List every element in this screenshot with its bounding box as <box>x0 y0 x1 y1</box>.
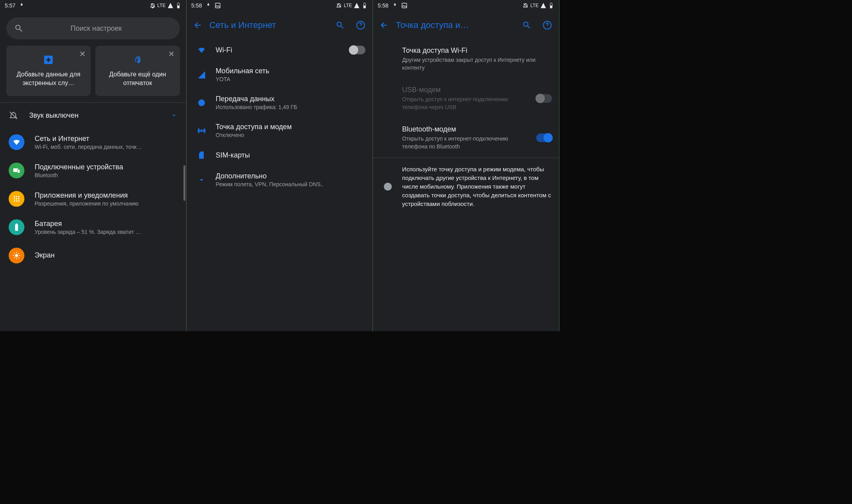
item-hotspot-tethering[interactable]: Точка доступа и модем Отключено <box>187 117 373 145</box>
svg-rect-20 <box>402 3 407 8</box>
help-button[interactable] <box>539 17 556 34</box>
back-button[interactable] <box>375 17 393 34</box>
svg-point-5 <box>16 196 17 198</box>
image-icon <box>215 2 221 9</box>
item-sub: Отключено <box>216 132 366 138</box>
status-time: 5:58 <box>191 2 202 9</box>
item-sub: Открыть доступ к интернет-подключению те… <box>402 95 528 111</box>
status-network: LTE <box>157 3 166 8</box>
back-button[interactable] <box>189 17 206 34</box>
item-advanced[interactable]: Дополнительно Режим полета, VPN, Персона… <box>187 166 373 194</box>
item-sub: Разрешения, приложения по умолчанию <box>35 200 178 207</box>
svg-rect-15 <box>364 6 365 8</box>
item-title: Точка доступа и модем <box>216 123 366 131</box>
info-text: Используйте точку доступа и режим модема… <box>402 165 552 208</box>
page-title: Сеть и Интернет <box>209 20 329 30</box>
scrollbar[interactable] <box>183 165 185 201</box>
signal-icon <box>354 2 360 9</box>
app-indicator-icon <box>205 2 211 9</box>
search-button[interactable] <box>332 17 349 34</box>
item-title: Экран <box>35 251 178 259</box>
item-sim-cards[interactable]: SIM-карты <box>187 145 373 166</box>
item-network-internet[interactable]: Сеть и Интернет Wi-Fi, моб. сети, переда… <box>0 128 186 156</box>
item-title: SIM-карты <box>216 151 366 159</box>
chevron-down-icon <box>170 112 178 119</box>
item-bluetooth-tethering[interactable]: Bluetooth-модем Открыть доступ к интерне… <box>373 118 559 158</box>
svg-point-8 <box>16 198 17 200</box>
mute-icon <box>522 2 529 9</box>
item-title: Bluetooth-модем <box>402 125 528 133</box>
plus-icon <box>43 54 54 65</box>
search-button[interactable] <box>518 17 535 34</box>
svg-point-7 <box>14 198 15 200</box>
item-sub: Bluetooth <box>35 172 178 178</box>
wifi-icon <box>9 134 24 150</box>
usb-toggle <box>536 94 552 103</box>
status-bar: 5:58 LTE <box>187 0 373 11</box>
close-icon[interactable]: ✕ <box>77 49 87 59</box>
signal-icon <box>540 2 546 9</box>
app-bar: Сеть и Интернет <box>187 11 373 39</box>
spacer <box>378 125 397 126</box>
item-title: USB-модем <box>402 86 528 94</box>
item-battery[interactable]: Батарея Уровень заряда – 51 %. Заряда хв… <box>0 213 186 241</box>
status-time: 5:58 <box>378 2 388 9</box>
item-display[interactable]: Экран <box>0 241 186 263</box>
spacer <box>378 86 397 87</box>
app-bar: Точка доступа и… <box>373 11 559 39</box>
sound-muted-row[interactable]: Звук выключен <box>0 103 186 128</box>
item-sub: Уровень заряда – 51 %. Заряда хватит … <box>35 229 178 235</box>
bluetooth-toggle[interactable] <box>536 133 552 142</box>
devices-icon <box>9 163 24 178</box>
bell-off-icon <box>9 111 18 120</box>
item-connected-devices[interactable]: Подключенные устройства Bluetooth <box>0 156 186 185</box>
mute-label: Звук выключен <box>29 111 159 120</box>
app-indicator-icon <box>392 2 398 9</box>
item-title: Wi-Fi <box>216 46 345 54</box>
hotspot-icon <box>192 126 211 135</box>
search-bar[interactable]: Поиск настроек <box>6 17 180 39</box>
item-sub: Другим устройствам закрыт доступ к Интер… <box>402 56 549 72</box>
item-title: Сеть и Интернет <box>35 135 178 143</box>
battery-icon <box>548 2 554 9</box>
mute-icon <box>150 2 156 9</box>
card-title: Добавьте данные для экстренных слу… <box>12 70 85 87</box>
item-wifi[interactable]: Wi-Fi <box>187 39 373 61</box>
svg-point-4 <box>14 196 15 198</box>
card-add-fingerprint[interactable]: ✕ Добавьте ещё один отпечаток <box>95 46 180 96</box>
sim-icon <box>192 151 211 159</box>
signal-icon <box>192 70 211 79</box>
tethering-list: Точка доступа Wi-Fi Другим устройствам з… <box>373 39 559 158</box>
wifi-toggle[interactable] <box>350 46 365 54</box>
item-apps-notifications[interactable]: Приложения и уведомления Разрешения, при… <box>0 185 186 213</box>
close-icon[interactable]: ✕ <box>167 49 177 59</box>
item-wifi-hotspot[interactable]: Точка доступа Wi-Fi Другим устройствам з… <box>373 39 559 79</box>
svg-rect-14 <box>215 3 220 8</box>
item-usb-tethering: USB-модем Открыть доступ к интернет-подк… <box>373 79 559 118</box>
battery-icon <box>9 219 24 235</box>
item-title: Приложения и уведомления <box>35 191 178 200</box>
status-network: LTE <box>530 3 539 8</box>
svg-point-18 <box>201 130 202 132</box>
help-button[interactable] <box>352 17 369 34</box>
brightness-icon <box>9 248 24 263</box>
item-title: Мобильная сеть <box>216 67 366 75</box>
card-title: Добавьте ещё один отпечаток <box>101 70 174 87</box>
svg-rect-3 <box>18 169 20 173</box>
item-mobile-network[interactable]: Мобильная сеть YOTA <box>187 61 373 89</box>
item-title: Передача данных <box>216 95 366 103</box>
item-sub: Wi-Fi, моб. сети, передача данных, точк… <box>35 144 178 150</box>
item-data-usage[interactable]: Передача данных Использовано трафика: 1,… <box>187 89 373 117</box>
chevron-down-icon <box>192 176 211 184</box>
item-title: Дополнительно <box>216 172 366 180</box>
app-indicator-icon <box>19 2 25 9</box>
svg-point-17 <box>198 100 204 106</box>
svg-rect-21 <box>550 6 552 8</box>
status-time: 5:57 <box>5 2 15 9</box>
screen-settings-main: 5:57 LTE Поиск настроек ✕ Добавьте данны… <box>0 0 187 331</box>
search-placeholder: Поиск настроек <box>31 24 172 33</box>
svg-point-13 <box>15 254 18 257</box>
item-title: Точка доступа Wi-Fi <box>402 46 549 55</box>
network-list: Wi-Fi Мобильная сеть YOTA Передача данны… <box>187 39 373 194</box>
card-emergency-info[interactable]: ✕ Добавьте данные для экстренных слу… <box>6 46 91 96</box>
